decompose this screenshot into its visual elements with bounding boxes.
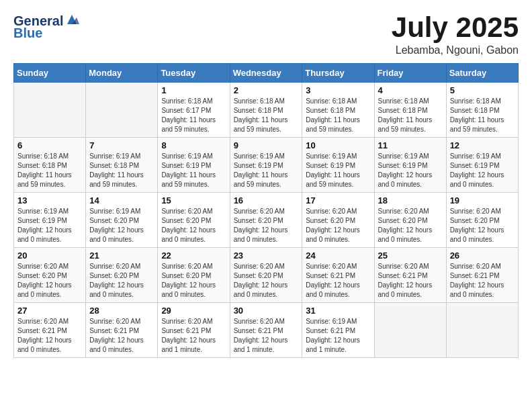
day-number: 27: [17, 306, 82, 316]
day-number: 8: [161, 140, 226, 150]
day-number: 26: [450, 250, 515, 261]
day-number: 6: [17, 140, 82, 150]
calendar-cell: 19Sunrise: 6:20 AM Sunset: 6:20 PM Dayli…: [446, 193, 518, 248]
day-number: 7: [89, 140, 154, 150]
calendar-cell: 23Sunrise: 6:20 AM Sunset: 6:20 PM Dayli…: [230, 248, 302, 303]
day-info: Sunrise: 6:19 AM Sunset: 6:20 PM Dayligh…: [89, 207, 154, 244]
calendar-week-3: 13Sunrise: 6:19 AM Sunset: 6:19 PM Dayli…: [14, 193, 519, 248]
day-number: 1: [161, 85, 226, 95]
day-number: 2: [234, 85, 299, 95]
calendar-cell: 12Sunrise: 6:19 AM Sunset: 6:19 PM Dayli…: [446, 138, 518, 193]
day-number: 10: [306, 140, 370, 150]
calendar-cell: 26Sunrise: 6:20 AM Sunset: 6:21 PM Dayli…: [446, 248, 518, 303]
day-info: Sunrise: 6:20 AM Sunset: 6:21 PM Dayligh…: [234, 317, 299, 355]
logo-icon: [64, 12, 79, 27]
day-info: Sunrise: 6:19 AM Sunset: 6:19 PM Dayligh…: [17, 207, 82, 244]
calendar-cell: 15Sunrise: 6:20 AM Sunset: 6:20 PM Dayli…: [158, 193, 230, 248]
day-info: Sunrise: 6:20 AM Sunset: 6:20 PM Dayligh…: [306, 207, 370, 244]
day-number: 22: [161, 250, 226, 261]
day-number: 13: [17, 195, 82, 205]
day-number: 25: [378, 250, 443, 261]
title-section: July 2025 Lebamba, Ngouni, Gabon: [392, 13, 519, 56]
day-info: Sunrise: 6:20 AM Sunset: 6:21 PM Dayligh…: [17, 317, 82, 355]
calendar-cell: 7Sunrise: 6:19 AM Sunset: 6:18 PM Daylig…: [86, 138, 158, 193]
day-info: Sunrise: 6:20 AM Sunset: 6:20 PM Dayligh…: [161, 207, 226, 244]
day-info: Sunrise: 6:20 AM Sunset: 6:21 PM Dayligh…: [89, 317, 154, 355]
day-info: Sunrise: 6:20 AM Sunset: 6:20 PM Dayligh…: [89, 262, 154, 300]
calendar-cell: 22Sunrise: 6:20 AM Sunset: 6:20 PM Dayli…: [158, 248, 230, 303]
day-info: Sunrise: 6:19 AM Sunset: 6:21 PM Dayligh…: [306, 317, 370, 355]
weekday-header-friday: Friday: [374, 64, 446, 83]
day-info: Sunrise: 6:18 AM Sunset: 6:17 PM Dayligh…: [161, 97, 226, 134]
logo-blue: Blue: [13, 26, 79, 40]
calendar-cell: 20Sunrise: 6:20 AM Sunset: 6:20 PM Dayli…: [14, 248, 86, 303]
calendar-cell: 30Sunrise: 6:20 AM Sunset: 6:21 PM Dayli…: [230, 303, 302, 358]
weekday-header-row: SundayMondayTuesdayWednesdayThursdayFrid…: [14, 64, 519, 83]
calendar-cell: 3Sunrise: 6:18 AM Sunset: 6:18 PM Daylig…: [302, 83, 374, 138]
calendar-cell: 14Sunrise: 6:19 AM Sunset: 6:20 PM Dayli…: [86, 193, 158, 248]
calendar-cell: 31Sunrise: 6:19 AM Sunset: 6:21 PM Dayli…: [302, 303, 374, 358]
day-number: 30: [234, 306, 299, 316]
calendar-cell: 2Sunrise: 6:18 AM Sunset: 6:18 PM Daylig…: [230, 83, 302, 138]
calendar-cell: 21Sunrise: 6:20 AM Sunset: 6:20 PM Dayli…: [86, 248, 158, 303]
calendar-week-2: 6Sunrise: 6:18 AM Sunset: 6:18 PM Daylig…: [14, 138, 519, 193]
day-info: Sunrise: 6:19 AM Sunset: 6:18 PM Dayligh…: [89, 152, 154, 189]
day-number: 29: [161, 306, 226, 316]
day-info: Sunrise: 6:20 AM Sunset: 6:21 PM Dayligh…: [306, 262, 370, 300]
calendar-cell: [446, 303, 518, 358]
calendar-cell: [14, 83, 86, 138]
day-info: Sunrise: 6:20 AM Sunset: 6:20 PM Dayligh…: [234, 262, 299, 300]
calendar-cell: 5Sunrise: 6:18 AM Sunset: 6:18 PM Daylig…: [446, 83, 518, 138]
day-number: 17: [306, 195, 370, 205]
day-number: 18: [378, 195, 443, 205]
day-info: Sunrise: 6:18 AM Sunset: 6:18 PM Dayligh…: [234, 97, 299, 134]
calendar-cell: 4Sunrise: 6:18 AM Sunset: 6:18 PM Daylig…: [374, 83, 446, 138]
calendar-cell: 25Sunrise: 6:20 AM Sunset: 6:21 PM Dayli…: [374, 248, 446, 303]
weekday-header-saturday: Saturday: [446, 64, 518, 83]
day-info: Sunrise: 6:19 AM Sunset: 6:19 PM Dayligh…: [450, 152, 515, 189]
day-info: Sunrise: 6:19 AM Sunset: 6:19 PM Dayligh…: [378, 152, 443, 189]
day-number: 16: [234, 195, 299, 205]
day-info: Sunrise: 6:20 AM Sunset: 6:20 PM Dayligh…: [17, 262, 82, 300]
calendar-cell: [374, 303, 446, 358]
calendar-week-5: 27Sunrise: 6:20 AM Sunset: 6:21 PM Dayli…: [14, 303, 519, 358]
day-info: Sunrise: 6:18 AM Sunset: 6:18 PM Dayligh…: [17, 152, 82, 189]
day-info: Sunrise: 6:20 AM Sunset: 6:21 PM Dayligh…: [161, 317, 226, 355]
day-info: Sunrise: 6:19 AM Sunset: 6:19 PM Dayligh…: [234, 152, 299, 189]
day-number: 15: [161, 195, 226, 205]
calendar-week-4: 20Sunrise: 6:20 AM Sunset: 6:20 PM Dayli…: [14, 248, 519, 303]
day-info: Sunrise: 6:20 AM Sunset: 6:20 PM Dayligh…: [161, 262, 226, 300]
calendar-cell: 16Sunrise: 6:20 AM Sunset: 6:20 PM Dayli…: [230, 193, 302, 248]
day-number: 19: [450, 195, 515, 205]
calendar-cell: 10Sunrise: 6:19 AM Sunset: 6:19 PM Dayli…: [302, 138, 374, 193]
page-header: General Blue July 2025 Lebamba, Ngouni, …: [13, 13, 519, 56]
calendar-cell: 13Sunrise: 6:19 AM Sunset: 6:19 PM Dayli…: [14, 193, 86, 248]
day-info: Sunrise: 6:20 AM Sunset: 6:21 PM Dayligh…: [450, 262, 515, 300]
day-number: 31: [306, 306, 370, 316]
day-number: 21: [89, 250, 154, 261]
weekday-header-wednesday: Wednesday: [230, 64, 302, 83]
calendar-cell: 29Sunrise: 6:20 AM Sunset: 6:21 PM Dayli…: [158, 303, 230, 358]
calendar-cell: 1Sunrise: 6:18 AM Sunset: 6:17 PM Daylig…: [158, 83, 230, 138]
day-number: 11: [378, 140, 443, 150]
day-info: Sunrise: 6:20 AM Sunset: 6:21 PM Dayligh…: [378, 262, 443, 300]
day-number: 9: [234, 140, 299, 150]
logo: General Blue: [13, 13, 79, 40]
weekday-header-tuesday: Tuesday: [158, 64, 230, 83]
calendar-cell: 27Sunrise: 6:20 AM Sunset: 6:21 PM Dayli…: [14, 303, 86, 358]
day-info: Sunrise: 6:18 AM Sunset: 6:18 PM Dayligh…: [306, 97, 370, 134]
calendar-table: SundayMondayTuesdayWednesdayThursdayFrid…: [13, 63, 519, 358]
day-info: Sunrise: 6:20 AM Sunset: 6:20 PM Dayligh…: [378, 207, 443, 244]
day-number: 23: [234, 250, 299, 261]
day-number: 5: [450, 85, 515, 95]
day-number: 12: [450, 140, 515, 150]
day-info: Sunrise: 6:20 AM Sunset: 6:20 PM Dayligh…: [234, 207, 299, 244]
day-info: Sunrise: 6:19 AM Sunset: 6:19 PM Dayligh…: [306, 152, 370, 189]
day-number: 3: [306, 85, 370, 95]
calendar-cell: 6Sunrise: 6:18 AM Sunset: 6:18 PM Daylig…: [14, 138, 86, 193]
day-info: Sunrise: 6:18 AM Sunset: 6:18 PM Dayligh…: [450, 97, 515, 134]
location: Lebamba, Ngouni, Gabon: [392, 44, 519, 56]
day-number: 28: [89, 306, 154, 316]
day-number: 14: [89, 195, 154, 205]
weekday-header-sunday: Sunday: [14, 64, 86, 83]
